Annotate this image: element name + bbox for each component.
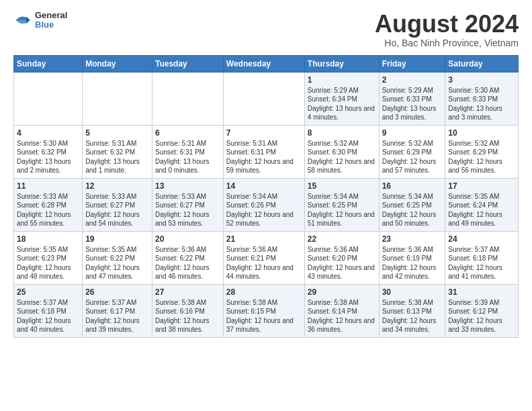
- cell-content: Sunrise: 5:38 AM Sunset: 6:16 PM Dayligh…: [155, 298, 220, 334]
- day-number: 17: [448, 181, 515, 191]
- day-number: 23: [382, 234, 443, 244]
- subtitle: Ho, Bac Ninh Province, Vietnam: [375, 38, 519, 48]
- cell-content: Sunrise: 5:32 AM Sunset: 6:29 PM Dayligh…: [382, 139, 443, 175]
- cell-content: Sunrise: 5:35 AM Sunset: 6:23 PM Dayligh…: [17, 245, 79, 281]
- header-row: Sunday Monday Tuesday Wednesday Thursday…: [14, 55, 519, 72]
- calendar-header: Sunday Monday Tuesday Wednesday Thursday…: [14, 55, 519, 72]
- cell-content: Sunrise: 5:31 AM Sunset: 6:32 PM Dayligh…: [85, 139, 149, 175]
- cell-5-6: 30Sunrise: 5:38 AM Sunset: 6:13 PM Dayli…: [379, 284, 445, 337]
- cell-content: Sunrise: 5:34 AM Sunset: 6:26 PM Dayligh…: [226, 192, 302, 228]
- calendar-table: Sunday Monday Tuesday Wednesday Thursday…: [13, 55, 519, 338]
- day-number: 15: [308, 181, 376, 191]
- day-number: 19: [85, 234, 149, 244]
- header-sunday: Sunday: [14, 55, 83, 72]
- day-number: 8: [308, 128, 376, 138]
- cell-5-1: 25Sunrise: 5:37 AM Sunset: 6:18 PM Dayli…: [14, 284, 83, 337]
- cell-content: Sunrise: 5:34 AM Sunset: 6:25 PM Dayligh…: [308, 192, 376, 228]
- day-number: 7: [226, 128, 302, 138]
- logo-blue-text: Blue: [35, 20, 67, 30]
- cell-2-4: 7Sunrise: 5:31 AM Sunset: 6:31 PM Daylig…: [223, 125, 304, 178]
- cell-1-3: [152, 72, 224, 125]
- cell-content: Sunrise: 5:33 AM Sunset: 6:27 PM Dayligh…: [85, 192, 149, 228]
- day-number: 11: [17, 181, 79, 191]
- cell-5-7: 31Sunrise: 5:39 AM Sunset: 6:12 PM Dayli…: [445, 284, 519, 337]
- cell-content: Sunrise: 5:33 AM Sunset: 6:27 PM Dayligh…: [155, 192, 220, 228]
- cell-3-7: 17Sunrise: 5:35 AM Sunset: 6:24 PM Dayli…: [445, 178, 519, 231]
- cell-content: Sunrise: 5:36 AM Sunset: 6:20 PM Dayligh…: [308, 245, 376, 281]
- cell-4-5: 22Sunrise: 5:36 AM Sunset: 6:20 PM Dayli…: [304, 231, 379, 284]
- day-number: 10: [448, 128, 515, 138]
- cell-content: Sunrise: 5:35 AM Sunset: 6:24 PM Dayligh…: [448, 192, 515, 228]
- page: General Blue August 2024 Ho, Bac Ninh Pr…: [0, 0, 532, 345]
- cell-4-3: 20Sunrise: 5:36 AM Sunset: 6:22 PM Dayli…: [152, 231, 224, 284]
- cell-5-5: 29Sunrise: 5:38 AM Sunset: 6:14 PM Dayli…: [304, 284, 379, 337]
- cell-2-3: 6Sunrise: 5:31 AM Sunset: 6:31 PM Daylig…: [152, 125, 224, 178]
- cell-1-5: 1Sunrise: 5:29 AM Sunset: 6:34 PM Daylig…: [304, 72, 379, 125]
- cell-content: Sunrise: 5:33 AM Sunset: 6:28 PM Dayligh…: [17, 192, 79, 228]
- cell-4-7: 24Sunrise: 5:37 AM Sunset: 6:18 PM Dayli…: [445, 231, 519, 284]
- logo: General Blue: [13, 11, 67, 30]
- cell-content: Sunrise: 5:36 AM Sunset: 6:22 PM Dayligh…: [155, 245, 220, 281]
- day-number: 1: [308, 75, 376, 85]
- title-area: August 2024 Ho, Bac Ninh Province, Vietn…: [375, 11, 519, 48]
- cell-2-2: 5Sunrise: 5:31 AM Sunset: 6:32 PM Daylig…: [83, 125, 152, 178]
- week-row-5: 25Sunrise: 5:37 AM Sunset: 6:18 PM Dayli…: [14, 284, 519, 337]
- cell-content: Sunrise: 5:34 AM Sunset: 6:25 PM Dayligh…: [382, 192, 443, 228]
- cell-content: Sunrise: 5:38 AM Sunset: 6:15 PM Dayligh…: [226, 298, 302, 334]
- week-row-2: 4Sunrise: 5:30 AM Sunset: 6:32 PM Daylig…: [14, 125, 519, 178]
- cell-3-3: 13Sunrise: 5:33 AM Sunset: 6:27 PM Dayli…: [152, 178, 224, 231]
- week-row-4: 18Sunrise: 5:35 AM Sunset: 6:23 PM Dayli…: [14, 231, 519, 284]
- header-thursday: Thursday: [304, 55, 379, 72]
- day-number: 21: [226, 234, 302, 244]
- cell-content: Sunrise: 5:38 AM Sunset: 6:14 PM Dayligh…: [308, 298, 376, 334]
- day-number: 3: [448, 75, 515, 85]
- cell-2-6: 9Sunrise: 5:32 AM Sunset: 6:29 PM Daylig…: [379, 125, 445, 178]
- cell-1-2: [83, 72, 152, 125]
- day-number: 6: [155, 128, 220, 138]
- cell-content: Sunrise: 5:39 AM Sunset: 6:12 PM Dayligh…: [448, 298, 515, 334]
- cell-content: Sunrise: 5:36 AM Sunset: 6:19 PM Dayligh…: [382, 245, 443, 281]
- cell-3-1: 11Sunrise: 5:33 AM Sunset: 6:28 PM Dayli…: [14, 178, 83, 231]
- cell-content: Sunrise: 5:30 AM Sunset: 6:32 PM Dayligh…: [17, 139, 79, 175]
- cell-1-4: [223, 72, 304, 125]
- cell-content: Sunrise: 5:32 AM Sunset: 6:29 PM Dayligh…: [448, 139, 515, 175]
- day-number: 29: [308, 287, 376, 297]
- cell-content: Sunrise: 5:32 AM Sunset: 6:30 PM Dayligh…: [308, 139, 376, 175]
- cell-4-6: 23Sunrise: 5:36 AM Sunset: 6:19 PM Dayli…: [379, 231, 445, 284]
- cell-content: Sunrise: 5:31 AM Sunset: 6:31 PM Dayligh…: [226, 139, 302, 175]
- cell-2-1: 4Sunrise: 5:30 AM Sunset: 6:32 PM Daylig…: [14, 125, 83, 178]
- header-tuesday: Tuesday: [152, 55, 224, 72]
- day-number: 26: [85, 287, 149, 297]
- cell-5-2: 26Sunrise: 5:37 AM Sunset: 6:17 PM Dayli…: [83, 284, 152, 337]
- cell-content: Sunrise: 5:31 AM Sunset: 6:31 PM Dayligh…: [155, 139, 220, 175]
- cell-2-7: 10Sunrise: 5:32 AM Sunset: 6:29 PM Dayli…: [445, 125, 519, 178]
- cell-content: Sunrise: 5:37 AM Sunset: 6:17 PM Dayligh…: [85, 298, 149, 334]
- header-saturday: Saturday: [445, 55, 519, 72]
- cell-4-1: 18Sunrise: 5:35 AM Sunset: 6:23 PM Dayli…: [14, 231, 83, 284]
- cell-3-5: 15Sunrise: 5:34 AM Sunset: 6:25 PM Dayli…: [304, 178, 379, 231]
- day-number: 16: [382, 181, 443, 191]
- day-number: 27: [155, 287, 220, 297]
- day-number: 24: [448, 234, 515, 244]
- cell-5-4: 28Sunrise: 5:38 AM Sunset: 6:15 PM Dayli…: [223, 284, 304, 337]
- week-row-3: 11Sunrise: 5:33 AM Sunset: 6:28 PM Dayli…: [14, 178, 519, 231]
- cell-1-7: 3Sunrise: 5:30 AM Sunset: 6:33 PM Daylig…: [445, 72, 519, 125]
- day-number: 2: [382, 75, 443, 85]
- cell-3-2: 12Sunrise: 5:33 AM Sunset: 6:27 PM Dayli…: [83, 178, 152, 231]
- header-wednesday: Wednesday: [223, 55, 304, 72]
- cell-content: Sunrise: 5:29 AM Sunset: 6:33 PM Dayligh…: [382, 86, 443, 122]
- cell-4-4: 21Sunrise: 5:36 AM Sunset: 6:21 PM Dayli…: [223, 231, 304, 284]
- day-number: 9: [382, 128, 443, 138]
- main-title: August 2024: [375, 11, 519, 38]
- cell-content: Sunrise: 5:36 AM Sunset: 6:21 PM Dayligh…: [226, 245, 302, 281]
- day-number: 13: [155, 181, 220, 191]
- cell-content: Sunrise: 5:37 AM Sunset: 6:18 PM Dayligh…: [17, 298, 79, 334]
- cell-content: Sunrise: 5:38 AM Sunset: 6:13 PM Dayligh…: [382, 298, 443, 334]
- header-monday: Monday: [83, 55, 152, 72]
- cell-5-3: 27Sunrise: 5:38 AM Sunset: 6:16 PM Dayli…: [152, 284, 224, 337]
- cell-1-1: [14, 72, 83, 125]
- cell-content: Sunrise: 5:29 AM Sunset: 6:34 PM Dayligh…: [308, 86, 376, 122]
- logo-general-text: General: [35, 11, 67, 20]
- header-friday: Friday: [379, 55, 445, 72]
- logo-text: General Blue: [35, 11, 67, 30]
